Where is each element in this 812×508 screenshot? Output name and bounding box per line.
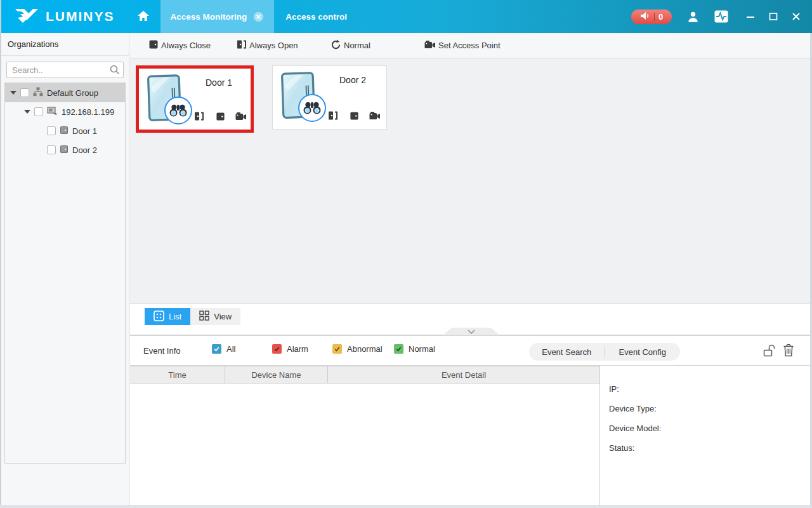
event-info-label: Event Info — [143, 346, 181, 356]
door-canvas: Door 1 — [130, 58, 810, 304]
event-search-button[interactable]: Event Search — [529, 347, 605, 357]
search-box — [6, 62, 124, 78]
door-card-1[interactable]: Door 1 — [136, 65, 254, 133]
tree-item-label: Door 1 — [72, 126, 97, 136]
event-config-button[interactable]: Event Config — [605, 347, 681, 357]
view-toggle-button[interactable]: View — [190, 308, 240, 325]
alarm-count: 0 — [658, 12, 663, 22]
list-icon — [154, 311, 164, 323]
event-buttons: Event Search Event Config — [529, 343, 680, 361]
main-area: Always Close Always Open — [130, 33, 810, 505]
checkbox[interactable] — [47, 145, 56, 154]
video-camera-icon[interactable] — [235, 110, 247, 122]
column-event-detail: Event Detail — [328, 366, 599, 383]
door-control-toolbar: Always Close Always Open — [130, 33, 810, 58]
caret-down-icon[interactable] — [10, 91, 16, 95]
close-button[interactable] — [792, 12, 801, 21]
checkbox-checked[interactable] — [394, 344, 403, 354]
collapse-panel-handle[interactable] — [443, 328, 500, 335]
event-info-bar: Event Info All Alarm Abnormal — [130, 336, 810, 366]
door-card-actions — [193, 110, 247, 122]
ip-label: IP: — [609, 385, 810, 394]
close-door-icon[interactable] — [214, 110, 226, 122]
video-camera-icon[interactable] — [369, 110, 381, 121]
search-input[interactable] — [6, 62, 124, 78]
view-toggle: List View — [145, 308, 240, 325]
window-controls — [746, 12, 801, 21]
monitor-binoculars-badge[interactable] — [164, 97, 192, 124]
tab-label: Access control — [285, 12, 347, 22]
brand-name: LUMINYS — [46, 9, 115, 24]
device-model-label: Device Model: — [609, 424, 810, 433]
filter-abnormal[interactable]: Abnormal — [332, 344, 383, 354]
checkbox-checked[interactable] — [272, 344, 282, 354]
door-closed-icon — [148, 39, 159, 51]
tree-item-label: Default Group — [47, 88, 98, 98]
tree-item-door2[interactable]: Door 2 — [5, 140, 125, 159]
tree-item-label: 192.168.1.199 — [62, 107, 114, 117]
column-time: Time — [130, 366, 225, 383]
brand-logo: LUMINYS — [0, 0, 126, 33]
always-close-button[interactable]: Always Close — [148, 33, 211, 58]
filter-normal[interactable]: Normal — [394, 344, 435, 354]
maximize-button[interactable] — [769, 12, 778, 21]
tab-access-monitoring[interactable]: Access Monitoring — [160, 0, 275, 33]
tool-label: Normal — [344, 41, 370, 50]
close-door-icon[interactable] — [348, 110, 360, 121]
toggle-label: View — [214, 312, 232, 321]
filter-alarm[interactable]: Alarm — [272, 344, 308, 354]
tool-label: Set Access Point — [438, 41, 501, 50]
device-details-panel: IP: Device Type: Device Model: Status: — [599, 366, 810, 505]
user-button[interactable] — [687, 11, 699, 23]
filter-all[interactable]: All — [212, 344, 235, 354]
checkbox[interactable] — [20, 88, 29, 97]
tool-label: Always Open — [249, 41, 298, 50]
always-open-button[interactable]: Always Open — [237, 33, 298, 58]
open-door-icon[interactable] — [327, 110, 339, 121]
checkbox-checked[interactable] — [212, 344, 221, 354]
list-toggle-button[interactable]: List — [145, 308, 190, 325]
luminys-logo-icon — [14, 6, 39, 27]
minimize-button[interactable] — [746, 12, 755, 21]
organization-tree: Default Group 192.168.1.199 — [4, 83, 126, 464]
status-label: Status: — [609, 444, 810, 453]
door-icon — [60, 145, 69, 156]
unlock-icon[interactable] — [763, 344, 776, 358]
event-table-body — [130, 384, 599, 505]
refresh-icon — [331, 39, 341, 52]
alarm-badge[interactable]: 0 — [631, 10, 672, 24]
sidebar-title: Organizations — [1, 33, 129, 56]
grid-icon — [199, 311, 209, 323]
open-door-icon[interactable] — [193, 110, 205, 122]
tab-close-icon[interactable] — [253, 11, 264, 22]
checkbox[interactable] — [47, 126, 56, 135]
tree-item-default-group[interactable]: Default Group — [5, 83, 125, 102]
window-frame — [0, 505, 812, 508]
event-table-header: Time Device Name Event Detail — [130, 366, 599, 384]
home-button[interactable] — [126, 0, 160, 33]
app-window: LUMINYS Access Monitoring Access control — [0, 0, 812, 508]
speaker-icon — [640, 11, 650, 22]
search-icon[interactable] — [109, 64, 121, 77]
trash-icon[interactable] — [783, 344, 794, 358]
column-device-name: Device Name — [225, 366, 328, 383]
tree-item-door1[interactable]: Door 1 — [5, 121, 125, 140]
set-access-point-button[interactable]: Set Access Point — [424, 33, 501, 58]
system-activity-button[interactable] — [714, 10, 728, 23]
monitor-binoculars-badge[interactable] — [298, 94, 326, 122]
checkbox[interactable] — [34, 107, 43, 116]
window-frame — [0, 0, 1, 508]
normal-button[interactable]: Normal — [331, 33, 370, 58]
tab-access-control[interactable]: Access control — [275, 0, 357, 33]
group-icon — [33, 87, 43, 98]
tree-item-device[interactable]: 192.168.1.199 — [5, 102, 125, 121]
device-type-label: Device Type: — [609, 404, 810, 413]
door-name: Door 2 — [322, 75, 383, 85]
door-card-2[interactable]: Door 2 — [272, 65, 387, 130]
caret-down-icon[interactable] — [24, 110, 30, 114]
badge-divider — [654, 13, 655, 21]
door-icon — [60, 126, 69, 137]
door-open-icon — [237, 39, 247, 51]
door-card-actions — [327, 110, 381, 121]
checkbox-checked[interactable] — [332, 344, 342, 354]
